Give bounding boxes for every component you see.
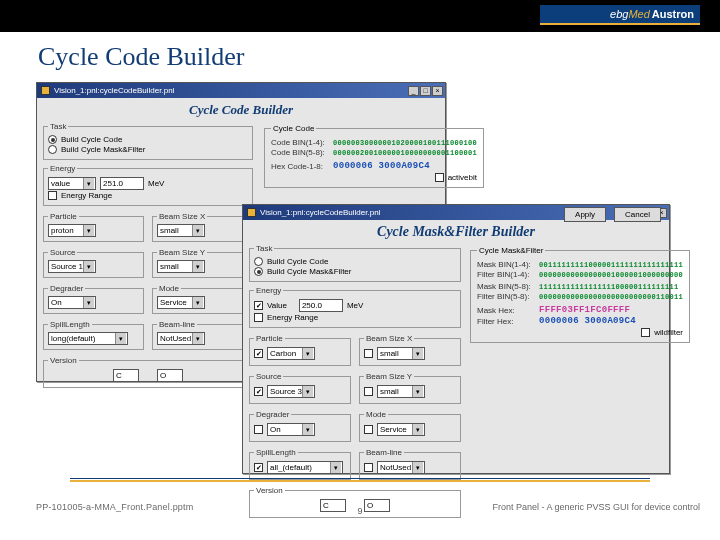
- task-group: Task Build Cycle Code Build Cycle Mask&F…: [43, 122, 253, 160]
- degrader-select[interactable]: On: [48, 296, 96, 309]
- beamline-checkbox[interactable]: [364, 463, 373, 472]
- panel-header: Cycle Mask&Filter Builder: [243, 224, 669, 240]
- energy-legend: Energy: [254, 286, 283, 295]
- energy-range-label: Energy Range: [61, 191, 112, 200]
- task-radio-code-label: Build Cycle Code: [61, 135, 122, 144]
- source-checkbox[interactable]: ✔: [254, 387, 263, 396]
- source-group: Source ✔Source 3: [249, 372, 351, 404]
- task-radio-mask[interactable]: [254, 267, 263, 276]
- window-titlebar[interactable]: Vision_1:pnl:cycleCodeBuilder.pnl _ □ ×: [37, 83, 445, 98]
- particle-group: Particle ✔Carbon: [249, 334, 351, 366]
- beamsize-x-checkbox[interactable]: [364, 349, 373, 358]
- brand-pre: ebg: [610, 8, 628, 20]
- particle-select[interactable]: proton: [48, 224, 96, 237]
- cycle-mask-window: Vision_1:pnl:cycleCodeBuilder.pnl _ □ × …: [242, 204, 670, 474]
- beamsize-y-checkbox[interactable]: [364, 387, 373, 396]
- beamsize-x-select[interactable]: small: [157, 224, 205, 237]
- energy-value[interactable]: 250.0: [299, 299, 343, 312]
- energy-range-checkbox[interactable]: [48, 191, 57, 200]
- beamline-select[interactable]: NotUsed: [157, 332, 205, 345]
- minimize-button[interactable]: _: [408, 86, 419, 96]
- task-group: Task Build Cycle Code Build Cycle Mask&F…: [249, 244, 461, 282]
- mode-select[interactable]: Service: [157, 296, 205, 309]
- app-icon: [247, 208, 256, 217]
- wildfilter-label: wildfilter: [654, 328, 683, 337]
- cycle-mask-legend: Cycle Mask&Filter: [477, 246, 545, 255]
- cycle-code-box: Cycle Code Code BIN(1-4):000000300000010…: [264, 124, 484, 188]
- energy-unit: MeV: [347, 301, 363, 310]
- maximize-button[interactable]: □: [420, 86, 431, 96]
- source-select[interactable]: Source 3: [267, 385, 315, 398]
- mode-group: Mode Service: [359, 410, 461, 442]
- task-radio-code-label: Build Cycle Code: [267, 257, 328, 266]
- code-bin58-label: Code BIN(5-8):: [271, 148, 329, 157]
- beamsize-y-select[interactable]: small: [377, 385, 425, 398]
- energy-value[interactable]: 251.0: [100, 177, 144, 190]
- footer-rule: [70, 478, 650, 479]
- degrader-checkbox[interactable]: [254, 425, 263, 434]
- energy-range-checkbox[interactable]: [254, 313, 263, 322]
- spillength-select[interactable]: all_(default): [267, 461, 343, 474]
- version-o[interactable]: O: [157, 369, 183, 382]
- code-hex-label: Hex Code-1-8:: [271, 162, 329, 171]
- beamsize-x-group: Beam Size X small: [152, 212, 253, 242]
- energy-unit: MeV: [148, 179, 164, 188]
- mode-select[interactable]: Service: [377, 423, 425, 436]
- task-legend: Task: [48, 122, 68, 131]
- code-bin14-label: Code BIN(1-4):: [271, 138, 329, 147]
- version-c[interactable]: C: [113, 369, 139, 382]
- beamsize-y-group: Beam Size Y small: [152, 248, 253, 278]
- activebit-checkbox[interactable]: [435, 173, 444, 182]
- energy-value-label: Value: [267, 301, 287, 310]
- app-icon: [41, 86, 50, 95]
- beamline-select[interactable]: NotUsed: [377, 461, 425, 474]
- task-radio-mask[interactable]: [48, 145, 57, 154]
- filter-bin14-label: Filter BIN(1-4):: [477, 270, 535, 279]
- mask-hex: FFFF03FF1FC0FFFF: [539, 305, 630, 315]
- task-radio-code[interactable]: [254, 257, 263, 266]
- beamsize-y-select[interactable]: small: [157, 260, 205, 273]
- degrader-select[interactable]: On: [267, 423, 315, 436]
- filter-hex: 0000006 3000A09C4: [539, 316, 636, 326]
- filter-bin14: 00000000000000001000001000000000: [539, 271, 683, 279]
- source-group: Source Source 1: [43, 248, 144, 278]
- mask-bin58-label: Mask BIN(5-8):: [477, 282, 535, 291]
- mode-checkbox[interactable]: [364, 425, 373, 434]
- code-bin14: 00000030000001020000100111000100: [333, 139, 477, 147]
- cancel-button[interactable]: Cancel: [614, 207, 661, 222]
- version-group: Version C O: [43, 356, 253, 388]
- wildfilter-checkbox[interactable]: [641, 328, 650, 337]
- slide-top-bar: ebg Med Austron: [0, 0, 720, 32]
- cycle-code-legend: Cycle Code: [271, 124, 316, 133]
- task-radio-code[interactable]: [48, 135, 57, 144]
- energy-value-checkbox[interactable]: ✔: [254, 301, 263, 310]
- energy-select[interactable]: value: [48, 177, 96, 190]
- brand-mid: Med: [628, 8, 649, 20]
- mask-bin14-label: Mask BIN(1-4):: [477, 260, 535, 269]
- mask-bin14: 00111111111000001111111111111111: [539, 261, 683, 269]
- source-select[interactable]: Source 1: [48, 260, 96, 273]
- beamsize-y-group: Beam Size Y small: [359, 372, 461, 404]
- code-bin58: 00000020010000010000000001100001: [333, 149, 477, 157]
- beamsize-x-select[interactable]: small: [377, 347, 425, 360]
- spillength-group: SpillLength long(default): [43, 320, 144, 350]
- energy-legend: Energy: [48, 164, 77, 173]
- apply-button[interactable]: Apply: [564, 207, 606, 222]
- screenshot-stage: Vision_1:pnl:cycleCodeBuilder.pnl _ □ × …: [36, 82, 684, 482]
- beamline-group: Beam-line NotUsed: [359, 448, 461, 480]
- particle-select[interactable]: Carbon: [267, 347, 315, 360]
- filter-bin58-label: Filter BIN(5-8):: [477, 292, 535, 301]
- particle-checkbox[interactable]: ✔: [254, 349, 263, 358]
- particle-group: Particle proton: [43, 212, 144, 242]
- spillength-select[interactable]: long(default): [48, 332, 128, 345]
- close-button[interactable]: ×: [432, 86, 443, 96]
- code-hex: 0000006 3000A09C4: [333, 161, 430, 171]
- beamline-group: Beam-line NotUsed: [152, 320, 253, 350]
- panel-header: Cycle Code Builder: [37, 102, 445, 118]
- footer-right: Front Panel - A generic PVSS GUI for dev…: [492, 502, 700, 512]
- energy-group: Energy value 251.0 MeV Energy Range: [43, 164, 253, 206]
- energy-range-label: Energy Range: [267, 313, 318, 322]
- degrader-group: Degrader On: [43, 284, 144, 314]
- spillength-checkbox[interactable]: ✔: [254, 463, 263, 472]
- energy-group: Energy ✔ Value 250.0 MeV Energy Range: [249, 286, 461, 328]
